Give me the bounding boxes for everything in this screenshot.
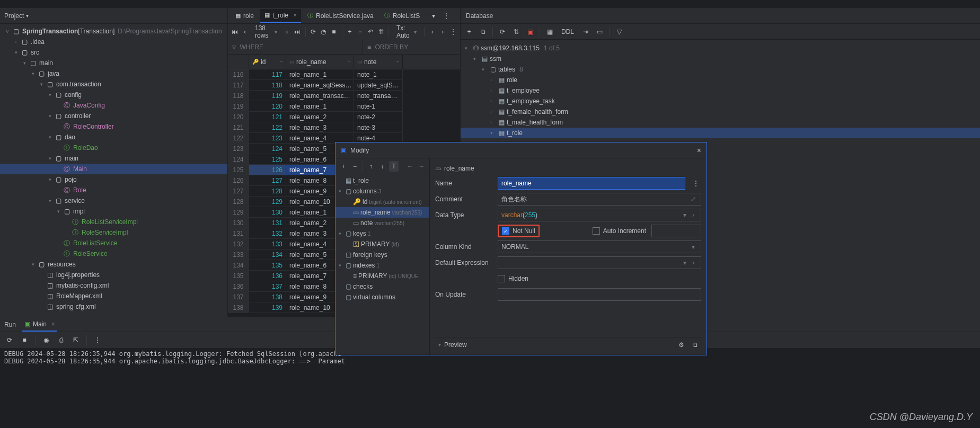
tree-item[interactable]: ⒾRoleService bbox=[0, 248, 227, 259]
preview-label[interactable]: Preview bbox=[444, 341, 467, 349]
tree-item[interactable]: ▾▢controller bbox=[0, 111, 227, 121]
editor-tab[interactable]: ⒾRoleListS bbox=[380, 9, 424, 23]
next-icon[interactable]: › bbox=[284, 26, 290, 37]
tree-item[interactable]: ◫log4j.properties bbox=[0, 270, 227, 280]
default-input[interactable]: ▾› bbox=[498, 256, 701, 269]
tree-item[interactable]: ▾▢pojo bbox=[0, 174, 227, 185]
remove-icon[interactable]: − bbox=[350, 161, 360, 172]
auto-increment-input[interactable] bbox=[651, 225, 701, 237]
db-tree-item[interactable]: ▾▤ssm bbox=[461, 54, 980, 64]
down-icon[interactable]: ↓ bbox=[378, 161, 387, 172]
back-icon[interactable]: ← bbox=[405, 161, 415, 172]
dialog-tree-item[interactable]: ▢checks bbox=[336, 281, 429, 292]
db-tree-item[interactable]: ›▦t_employee_task bbox=[461, 96, 980, 106]
sync-icon[interactable]: ⇅ bbox=[511, 26, 522, 37]
orderby-filter[interactable]: ≡ ORDER BY bbox=[363, 40, 460, 54]
db-tree-item[interactable]: ›▦role bbox=[461, 75, 980, 85]
editor-tab[interactable]: ▦role bbox=[231, 9, 258, 23]
hidden-checkbox[interactable]: Hidden bbox=[498, 275, 528, 282]
camera-icon[interactable]: ◉ bbox=[41, 335, 51, 345]
tree-item[interactable]: ◫spring-cfg.xml bbox=[0, 301, 227, 312]
tree-item[interactable]: ▾▢dao bbox=[0, 132, 227, 142]
prev-icon[interactable]: ‹ bbox=[241, 26, 248, 37]
tree-item[interactable]: ▾▢config bbox=[0, 90, 227, 100]
rerun-icon[interactable]: ⟳ bbox=[4, 335, 15, 345]
print-icon[interactable]: ⎙ bbox=[56, 335, 66, 345]
where-filter[interactable]: ▽ WHERE bbox=[228, 40, 363, 54]
project-header[interactable]: Project ▾ bbox=[0, 8, 227, 24]
editor-tab[interactable]: ⒾRoleListService.java bbox=[303, 9, 378, 23]
tree-item[interactable]: ⒸJavaConfig bbox=[0, 100, 227, 111]
table-row[interactable]: 121122role_name_3note-3 bbox=[228, 122, 460, 133]
tx-mode[interactable]: Tx: Auto▾ bbox=[393, 23, 420, 40]
col-role-name[interactable]: ▭role_name÷ bbox=[286, 55, 354, 69]
table-row[interactable]: 120121role_name_2note-2 bbox=[228, 112, 460, 122]
tab-chevron-icon[interactable]: ▾ bbox=[428, 11, 439, 21]
dialog-tree-item[interactable]: ▾▢keys 1 bbox=[336, 228, 429, 239]
add-ds-icon[interactable]: + bbox=[464, 26, 474, 37]
tree-item[interactable]: ⒸMain bbox=[0, 164, 227, 174]
col-id[interactable]: 🔑id÷ bbox=[249, 55, 286, 69]
tree-item[interactable]: ▾▢main bbox=[0, 58, 227, 68]
dialog-tree-item[interactable]: 🔑id bigint (auto increment) bbox=[336, 197, 429, 207]
dialog-tree-item[interactable]: ▢virtual columns bbox=[336, 292, 429, 302]
export-icon[interactable]: ⇱ bbox=[70, 335, 81, 345]
ddl-button[interactable]: DDL bbox=[558, 27, 577, 37]
db-tree-item[interactable]: ▾▦t_role bbox=[461, 128, 980, 138]
nav-prev-icon[interactable]: ‹ bbox=[429, 26, 436, 37]
tree-item[interactable]: ›▢.idea bbox=[0, 37, 227, 47]
table-view-icon[interactable]: ▦ bbox=[544, 26, 555, 37]
db-tree-item[interactable]: ▾⛁ssm@192.168.3.1151 of 5 bbox=[461, 43, 980, 54]
tree-item[interactable]: ◫RoleMapper.xml bbox=[0, 291, 227, 301]
row-count[interactable]: 138 rows▾ bbox=[252, 23, 280, 40]
nav-next-icon[interactable]: › bbox=[439, 26, 446, 37]
datatype-input[interactable]: varchar(255) ▾› bbox=[498, 209, 701, 221]
tree-item[interactable]: ▾▢impl bbox=[0, 206, 227, 217]
editor-tab[interactable]: ▦t_role× bbox=[260, 9, 301, 23]
kind-select[interactable]: NORMAL▾ bbox=[498, 240, 701, 253]
filter-icon[interactable]: ▽ bbox=[614, 26, 624, 37]
db-tree-item[interactable]: ›▦t_female_health_form bbox=[461, 106, 980, 117]
tree-item[interactable]: ◫mybatis-config.xml bbox=[0, 280, 227, 291]
close-icon[interactable]: × bbox=[697, 146, 701, 155]
revert-icon[interactable]: ↶ bbox=[367, 26, 374, 37]
col-note[interactable]: ▭note÷ bbox=[354, 55, 403, 69]
dialog-tree-item[interactable]: ▾▢indexes 1 bbox=[336, 260, 429, 271]
dialog-tree-item[interactable]: ▢foreign keys bbox=[336, 249, 429, 260]
console-icon[interactable]: ▭ bbox=[594, 26, 605, 37]
onupdate-input[interactable] bbox=[498, 288, 701, 301]
fwd-icon[interactable]: → bbox=[417, 161, 426, 172]
db-tree-item[interactable]: ›▦t_male_health_form bbox=[461, 117, 980, 128]
tree-item[interactable]: ⒾRoleListService bbox=[0, 238, 227, 248]
tree-item[interactable]: ⒾRoleServiceImpl bbox=[0, 227, 227, 238]
dialog-tree-item[interactable]: ▭note varchar(255) bbox=[336, 218, 429, 228]
add-icon[interactable]: + bbox=[346, 26, 353, 37]
reload-icon[interactable]: ⟳ bbox=[310, 26, 316, 37]
tree-item[interactable]: ▾▢com.transaction bbox=[0, 79, 227, 90]
dup-icon[interactable]: ⧉ bbox=[478, 26, 488, 37]
name-input[interactable]: role_name bbox=[498, 177, 685, 190]
not-null-checkbox[interactable]: ✓Not Null bbox=[502, 227, 535, 235]
dialog-tree-item[interactable]: ▭role_name varchar(255) bbox=[336, 207, 429, 218]
dialog-tree-item[interactable]: ⚿PRIMARY (id) bbox=[336, 239, 429, 249]
gear-icon[interactable]: ⚙ bbox=[676, 340, 686, 350]
tree-item[interactable]: ⒾRoleDao bbox=[0, 142, 227, 153]
comment-input[interactable]: 角色名称⤢ bbox=[498, 193, 701, 206]
dialog-tree-item[interactable]: ≡PRIMARY (id) UNIQUE bbox=[336, 271, 429, 281]
dialog-tree-item[interactable]: ▦t_role bbox=[336, 175, 429, 186]
up-icon[interactable]: ↑ bbox=[366, 161, 376, 172]
db-tree-item[interactable]: ▾▢tables8 bbox=[461, 64, 980, 75]
table-row[interactable]: 119120role_name_1note-1 bbox=[228, 101, 460, 112]
stopwatch-icon[interactable]: ◔ bbox=[320, 26, 327, 37]
run-tab-main[interactable]: ▣ Main × bbox=[22, 318, 57, 332]
auto-increment-checkbox[interactable]: Auto Increment bbox=[593, 227, 646, 235]
dialog-tree-item[interactable]: ▾▢columns 3 bbox=[336, 186, 429, 197]
tree-item[interactable]: ⒸRole bbox=[0, 185, 227, 195]
stop-run-icon[interactable]: ■ bbox=[19, 335, 30, 345]
popout-icon[interactable]: ⧉ bbox=[690, 340, 700, 350]
db-tree-item[interactable]: ›▦t_employee bbox=[461, 85, 980, 96]
more-run-icon[interactable]: ⋮ bbox=[92, 335, 103, 345]
commit-icon[interactable]: ⇈ bbox=[377, 26, 384, 37]
tree-item[interactable]: ⒸRoleController bbox=[0, 121, 227, 132]
more-icon[interactable]: ⋮ bbox=[691, 178, 701, 189]
